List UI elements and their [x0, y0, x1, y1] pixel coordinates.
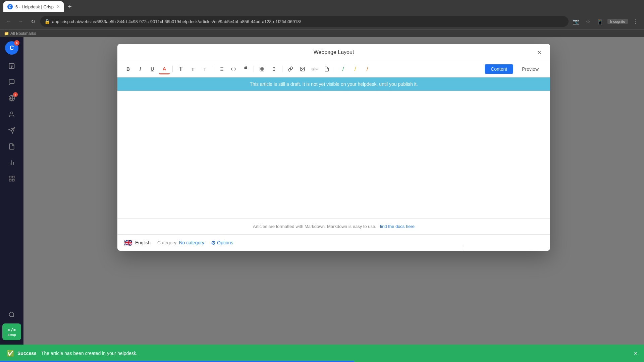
list-button[interactable] [216, 64, 227, 74]
new-tab-button[interactable]: + [65, 2, 74, 11]
gif-button[interactable]: GIF [309, 64, 320, 74]
toolbar-separator-3 [254, 66, 254, 72]
bookmarks-label: 📁 [4, 31, 9, 36]
menu-button[interactable]: ⋮ [631, 17, 640, 26]
reload-button[interactable]: ↻ [28, 17, 38, 26]
link-button[interactable] [285, 64, 296, 74]
text-color-button[interactable]: A [159, 64, 170, 74]
footer-link[interactable]: find the docs here [380, 224, 415, 229]
content-button[interactable]: Content [485, 64, 513, 74]
back-button[interactable]: ← [4, 17, 13, 26]
camera-off-icon: 📷 [571, 17, 581, 26]
svg-rect-14 [12, 179, 14, 181]
options-label: Options [217, 240, 233, 245]
toast-close-button[interactable]: × [634, 350, 637, 357]
category-link[interactable]: No category [179, 240, 204, 245]
sidebar-item-chat[interactable] [4, 75, 19, 89]
content-area: Webpage Layout × B I U A T T T [23, 37, 644, 360]
device-icon[interactable]: 📱 [595, 17, 605, 26]
modal-title: Webpage Layout [314, 49, 354, 55]
toast-progress-bar [0, 361, 354, 362]
draft-banner: This article is still a draft. It is not… [117, 77, 550, 91]
sidebar-item-analytics[interactable] [4, 155, 19, 170]
table-button[interactable] [257, 64, 267, 74]
svg-rect-12 [9, 176, 11, 178]
pen-yellow-button[interactable]: / [350, 64, 361, 74]
tab-title: 6 - Helpdesk | Crisp [15, 4, 54, 9]
tab-favicon: C [7, 4, 13, 9]
sidebar: C 6 1 </> [0, 37, 23, 360]
bookmark-icon[interactable]: ☆ [583, 17, 593, 26]
toolbar-separator-4 [282, 66, 282, 72]
sidebar-item-helpdesk[interactable] [4, 59, 19, 73]
editor-footer: Articles are formatted with Markdown. Ma… [117, 218, 550, 234]
svg-point-32 [302, 68, 302, 69]
language-selector[interactable]: 🇬🇧 English [124, 239, 151, 247]
sidebar-item-globe[interactable]: 1 [4, 91, 19, 106]
sidebar-item-send[interactable] [4, 123, 19, 138]
toast-title: Success [17, 351, 37, 356]
heading3-button[interactable]: T [200, 64, 210, 74]
sidebar-logo[interactable]: C 6 [5, 41, 18, 55]
underline-button[interactable]: U [147, 64, 158, 74]
toast-check-icon: ✅ [7, 350, 14, 357]
incognito-badge: Incognito [607, 19, 628, 24]
browser-tab[interactable]: C 6 - Helpdesk | Crisp × [3, 1, 64, 12]
preview-button[interactable]: Preview [516, 64, 545, 74]
toolbar-separator-1 [172, 66, 173, 72]
sidebar-logo-badge: 6 [14, 40, 19, 46]
svg-rect-25 [260, 67, 264, 71]
bookmarks-text: All Bookmarks [10, 31, 36, 36]
svg-point-6 [11, 112, 13, 114]
italic-button[interactable]: I [135, 64, 146, 74]
globe-badge: 1 [13, 92, 18, 97]
toast-message: The article has been created in your hel… [41, 351, 138, 356]
sidebar-item-search[interactable] [4, 307, 19, 322]
setup-icon: </> [7, 327, 16, 333]
setup-label: Setup [7, 333, 16, 337]
sidebar-item-user[interactable] [4, 107, 19, 122]
modal-bottom-bar: 🇬🇧 English Category: No category ⚙ Optio… [117, 234, 550, 251]
address-bar[interactable]: 🔒 app.crisp.chat/website/6833ae5b-844d-4… [40, 16, 569, 27]
security-icon: 🔒 [44, 19, 50, 24]
modal-header: Webpage Layout × [117, 44, 550, 61]
draft-banner-text: This article is still a draft. It is not… [250, 81, 418, 87]
toolbar-separator-2 [213, 66, 213, 72]
image-button[interactable] [297, 64, 308, 74]
svg-rect-15 [9, 179, 11, 181]
editor-toolbar: B I U A T T T ❝ [117, 61, 550, 77]
forward-button[interactable]: → [16, 17, 25, 26]
pen-orange-button[interactable]: / [362, 64, 373, 74]
toolbar-separator-5 [335, 66, 335, 72]
logo-letter: C [10, 45, 14, 52]
footer-text: Articles are formatted with Markdown. Ma… [253, 224, 376, 229]
flag-icon: 🇬🇧 [124, 239, 132, 247]
align-button[interactable] [269, 64, 279, 74]
options-gear-icon: ⚙ [211, 240, 216, 246]
options-item[interactable]: ⚙ Options [211, 240, 233, 246]
category-label: Category: [157, 240, 178, 245]
bold-button[interactable]: B [123, 64, 133, 74]
sidebar-item-setup[interactable]: </> Setup [2, 323, 21, 340]
success-toast: ✅ Success The article has been created i… [0, 345, 644, 362]
pen-green-button[interactable]: / [338, 64, 348, 74]
file-button[interactable] [321, 64, 332, 74]
heading2-button[interactable]: T [187, 64, 198, 74]
language-label: English [135, 240, 151, 245]
webpage-layout-modal: Webpage Layout × B I U A T T T [117, 44, 550, 251]
quote-button[interactable]: ❝ [240, 64, 251, 74]
svg-line-17 [13, 316, 14, 317]
code-button[interactable] [228, 64, 239, 74]
modal-close-button[interactable]: × [534, 47, 545, 58]
editor-content-area[interactable] [117, 91, 550, 218]
tab-close-button[interactable]: × [57, 4, 60, 10]
sidebar-item-notes[interactable] [4, 139, 19, 154]
sidebar-item-dashboard[interactable] [4, 171, 19, 186]
url-text: app.crisp.chat/website/6833ae5b-844d-4c9… [52, 19, 565, 24]
heading1-button[interactable]: T [175, 64, 186, 74]
modal-overlay: Webpage Layout × B I U A T T T [23, 37, 644, 360]
text-cursor [464, 245, 464, 250]
category-item: Category: No category [157, 240, 204, 245]
svg-rect-13 [12, 176, 14, 178]
svg-point-16 [9, 312, 14, 317]
